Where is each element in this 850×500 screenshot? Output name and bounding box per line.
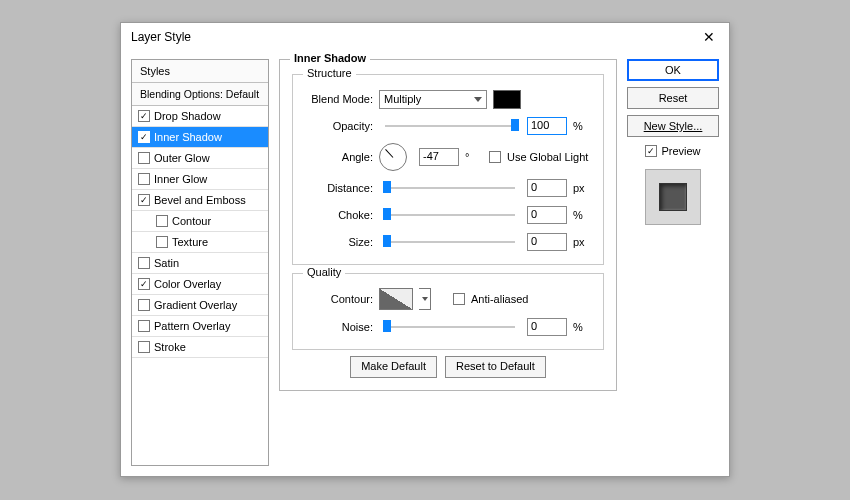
distance-label: Distance:: [303, 182, 373, 194]
right-panel: OK Reset New Style... Preview: [627, 59, 719, 466]
styles-list: Drop ShadowInner ShadowOuter GlowInner G…: [132, 106, 268, 358]
style-item-stroke[interactable]: Stroke: [132, 337, 268, 358]
preview-label: Preview: [661, 145, 700, 157]
style-checkbox[interactable]: [138, 299, 150, 311]
blend-mode-select[interactable]: Multiply: [379, 90, 487, 109]
style-label: Outer Glow: [154, 152, 210, 164]
styles-header[interactable]: Styles: [132, 60, 268, 83]
style-item-contour[interactable]: Contour: [132, 211, 268, 232]
structure-title: Structure: [303, 67, 356, 79]
style-checkbox[interactable]: [156, 236, 168, 248]
quality-group: Quality Contour: Anti-aliased Noise: 0 %: [292, 273, 604, 350]
style-label: Inner Glow: [154, 173, 207, 185]
contour-dropdown[interactable]: [419, 288, 431, 310]
opacity-input[interactable]: 100: [527, 117, 567, 135]
style-item-color-overlay[interactable]: Color Overlay: [132, 274, 268, 295]
style-item-inner-glow[interactable]: Inner Glow: [132, 169, 268, 190]
close-icon: ✕: [703, 29, 715, 45]
window-title: Layer Style: [131, 30, 191, 44]
distance-unit: px: [573, 182, 591, 194]
blend-mode-label: Blend Mode:: [303, 93, 373, 105]
style-item-bevel-and-emboss[interactable]: Bevel and Emboss: [132, 190, 268, 211]
choke-unit: %: [573, 209, 591, 221]
style-checkbox[interactable]: [138, 152, 150, 164]
style-label: Stroke: [154, 341, 186, 353]
panel-title: Inner Shadow: [290, 52, 370, 64]
contour-label: Contour:: [303, 293, 373, 305]
choke-slider[interactable]: [385, 214, 515, 216]
style-label: Drop Shadow: [154, 110, 221, 122]
choke-input[interactable]: 0: [527, 206, 567, 224]
close-button[interactable]: ✕: [689, 23, 729, 51]
contour-picker[interactable]: [379, 288, 413, 310]
style-checkbox[interactable]: [138, 257, 150, 269]
choke-label: Choke:: [303, 209, 373, 221]
antialiased-label: Anti-aliased: [471, 293, 528, 305]
style-label: Bevel and Emboss: [154, 194, 246, 206]
style-label: Inner Shadow: [154, 131, 222, 143]
reset-button[interactable]: Reset: [627, 87, 719, 109]
distance-slider[interactable]: [385, 187, 515, 189]
preview-thumbnail: [645, 169, 701, 225]
style-item-inner-shadow[interactable]: Inner Shadow: [132, 127, 268, 148]
opacity-unit: %: [573, 120, 591, 132]
noise-slider[interactable]: [385, 326, 515, 328]
style-item-texture[interactable]: Texture: [132, 232, 268, 253]
styles-panel: Styles Blending Options: Default Drop Sh…: [131, 59, 269, 466]
noise-input[interactable]: 0: [527, 318, 567, 336]
style-label: Satin: [154, 257, 179, 269]
style-checkbox[interactable]: [156, 215, 168, 227]
antialiased-checkbox[interactable]: [453, 293, 465, 305]
angle-label: Angle:: [303, 151, 373, 163]
angle-dial[interactable]: [379, 143, 407, 171]
preview-checkbox[interactable]: [645, 145, 657, 157]
noise-unit: %: [573, 321, 591, 333]
style-item-satin[interactable]: Satin: [132, 253, 268, 274]
style-item-drop-shadow[interactable]: Drop Shadow: [132, 106, 268, 127]
blend-mode-value: Multiply: [384, 93, 421, 105]
opacity-slider[interactable]: [385, 125, 515, 127]
size-slider[interactable]: [385, 241, 515, 243]
noise-label: Noise:: [303, 321, 373, 333]
style-label: Pattern Overlay: [154, 320, 230, 332]
size-unit: px: [573, 236, 591, 248]
use-global-light-checkbox[interactable]: [489, 151, 501, 163]
style-label: Texture: [172, 236, 208, 248]
make-default-button[interactable]: Make Default: [350, 356, 437, 378]
style-item-pattern-overlay[interactable]: Pattern Overlay: [132, 316, 268, 337]
settings-panel: Inner Shadow Structure Blend Mode: Multi…: [279, 59, 617, 466]
blending-options-item[interactable]: Blending Options: Default: [132, 83, 268, 106]
style-checkbox[interactable]: [138, 341, 150, 353]
distance-input[interactable]: 0: [527, 179, 567, 197]
structure-group: Structure Blend Mode: Multiply Opacity: …: [292, 74, 604, 265]
angle-unit: °: [465, 151, 483, 163]
style-checkbox[interactable]: [138, 278, 150, 290]
angle-input[interactable]: -47: [419, 148, 459, 166]
style-label: Contour: [172, 215, 211, 227]
inner-shadow-group: Inner Shadow Structure Blend Mode: Multi…: [279, 59, 617, 391]
new-style-button[interactable]: New Style...: [627, 115, 719, 137]
preview-swatch: [659, 183, 687, 211]
titlebar: Layer Style ✕: [121, 23, 729, 51]
style-checkbox[interactable]: [138, 194, 150, 206]
reset-to-default-button[interactable]: Reset to Default: [445, 356, 546, 378]
ok-button[interactable]: OK: [627, 59, 719, 81]
style-checkbox[interactable]: [138, 320, 150, 332]
layer-style-dialog: Layer Style ✕ Styles Blending Options: D…: [120, 22, 730, 477]
style-item-outer-glow[interactable]: Outer Glow: [132, 148, 268, 169]
opacity-label: Opacity:: [303, 120, 373, 132]
use-global-light-label: Use Global Light: [507, 151, 588, 163]
style-checkbox[interactable]: [138, 131, 150, 143]
quality-title: Quality: [303, 266, 345, 278]
style-checkbox[interactable]: [138, 110, 150, 122]
style-label: Gradient Overlay: [154, 299, 237, 311]
size-input[interactable]: 0: [527, 233, 567, 251]
dialog-body: Styles Blending Options: Default Drop Sh…: [121, 51, 729, 476]
shadow-color-swatch[interactable]: [493, 90, 521, 109]
style-checkbox[interactable]: [138, 173, 150, 185]
style-label: Color Overlay: [154, 278, 221, 290]
size-label: Size:: [303, 236, 373, 248]
style-item-gradient-overlay[interactable]: Gradient Overlay: [132, 295, 268, 316]
